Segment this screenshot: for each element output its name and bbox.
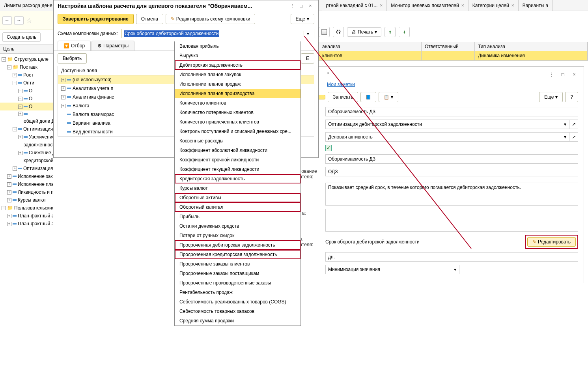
write-button[interactable]: Записать bbox=[328, 92, 358, 102]
close-icon[interactable]: × bbox=[511, 3, 514, 8]
dropdown-item[interactable]: Себестоимость товарных запасов bbox=[175, 307, 301, 316]
create-goal-button[interactable]: Создать цель bbox=[2, 32, 41, 42]
dropdown-item[interactable]: Просроченные заказы поставщикам bbox=[175, 269, 301, 278]
tab-filter[interactable]: 🔽Отбор bbox=[58, 41, 91, 51]
dropdown-item[interactable]: Себестоимость реализованных товаров (COG… bbox=[175, 297, 301, 307]
tree-row[interactable]: −📁Поставк bbox=[0, 63, 53, 71]
close-icon[interactable]: × bbox=[380, 3, 383, 8]
open-icon[interactable]: ↗ bbox=[569, 132, 578, 142]
data-grid-row[interactable]: клиентов Динамика изменения bbox=[319, 51, 588, 61]
grid-header-responsible[interactable]: Ответственный bbox=[422, 42, 475, 51]
tab-limits[interactable]: Лимиты расхода дене bbox=[0, 0, 57, 11]
finish-editing-button[interactable]: Завершить редактирование bbox=[58, 14, 134, 24]
tree-row[interactable]: −О bbox=[0, 87, 53, 95]
dropdown-item[interactable]: Дебиторская задолженность bbox=[175, 60, 301, 70]
cancel-button[interactable]: Отмена bbox=[136, 14, 163, 24]
copy-button[interactable]: ▾ bbox=[379, 92, 398, 102]
dropdown-item[interactable]: Просроченные заказы клиентов bbox=[175, 259, 301, 269]
description-field[interactable]: Показывает средний срок, в течение котор… bbox=[325, 183, 578, 206]
choose-button[interactable]: Выбрать bbox=[58, 53, 87, 64]
kebab-icon[interactable]: ⋮ bbox=[547, 71, 555, 79]
favorite-star-icon[interactable]: ☆ bbox=[26, 16, 32, 25]
dropdown-item[interactable]: Количество привлеченных клиентов bbox=[175, 117, 301, 127]
tab-categories[interactable]: Категории целей× bbox=[469, 0, 519, 11]
move-up-button[interactable] bbox=[385, 27, 396, 37]
tree-row[interactable]: +Ликвидность и платежеспособность bbox=[0, 188, 53, 196]
doc-icon-button[interactable] bbox=[319, 27, 330, 37]
dropdown-item[interactable]: Исполнение планов закупок bbox=[175, 70, 301, 79]
scheme-dropdown-list[interactable]: Валовая прибыль Выручка Дебиторская задо… bbox=[174, 41, 301, 326]
book-button[interactable] bbox=[360, 92, 376, 102]
help-button[interactable]: ? bbox=[565, 92, 578, 102]
dropdown-item[interactable]: Потери от ручных скидок bbox=[175, 231, 301, 240]
dropdown-item[interactable]: Рентабельность продаж bbox=[175, 288, 301, 297]
dropdown-item[interactable]: Косвенные расходы bbox=[175, 136, 301, 146]
trend-field[interactable]: Минимизация значения bbox=[325, 265, 451, 274]
tab-monitor[interactable]: Монитор целевых показателей× bbox=[387, 0, 468, 11]
dropdown-item[interactable]: Оборотные активы bbox=[175, 193, 301, 202]
tree-row[interactable]: −Оптимизация кредиторской задо... bbox=[0, 125, 53, 133]
chevron-down-icon[interactable]: ▾ bbox=[451, 265, 459, 274]
maximize-icon[interactable]: □ bbox=[559, 71, 567, 79]
dropdown-item[interactable]: Контроль поступлений и списаний денежных… bbox=[175, 127, 301, 136]
dropdown-item[interactable]: Остатки денежных средств bbox=[175, 221, 301, 231]
dropdown-item[interactable]: Кредиторская задолженность bbox=[175, 174, 301, 183]
tree-row[interactable]: +План-фактный анализ лимитов bbox=[0, 220, 53, 228]
dropdown-item[interactable]: Средняя сумма продажи bbox=[175, 316, 301, 326]
chevron-down-icon[interactable]: ▾ bbox=[561, 120, 569, 129]
tree-row[interactable]: −📁Пользовательские сценарии bbox=[0, 204, 53, 212]
name-field[interactable]: Оборачиваемость ДЗ bbox=[325, 107, 578, 116]
nav-back-button[interactable]: ← bbox=[2, 16, 12, 25]
my-notes-link[interactable]: Мои заметки bbox=[327, 81, 578, 90]
more-button[interactable]: Еще ▾ bbox=[291, 14, 314, 24]
tree-row[interactable]: −Опти bbox=[0, 79, 53, 87]
move-down-button[interactable] bbox=[399, 27, 410, 37]
more-button[interactable]: Еще ▾ bbox=[539, 92, 563, 102]
checkbox[interactable]: ✓ bbox=[325, 145, 332, 151]
tree-row[interactable]: задолженности bbox=[0, 141, 53, 149]
dropdown-item[interactable]: Валовая прибыль bbox=[175, 41, 301, 51]
tab-variants[interactable]: Варианты а bbox=[519, 0, 553, 11]
e-button[interactable]: Е bbox=[301, 53, 314, 64]
tree-row[interactable]: +Курсы валют bbox=[0, 196, 53, 204]
dropdown-item[interactable]: Коэффициент текущей ликвидности bbox=[175, 165, 301, 174]
dropdown-item[interactable]: Коэффициент абсолютной ликвидности bbox=[175, 146, 301, 155]
grid-header-type[interactable]: Тип анализа bbox=[475, 42, 588, 51]
fullname-field[interactable]: Оборачиваемость ДЗ bbox=[325, 154, 578, 164]
edit-template-button[interactable]: Редактировать bbox=[527, 237, 576, 247]
tree-row[interactable]: +Исполнение заказов bbox=[0, 172, 53, 180]
dropdown-item[interactable]: Оборотный капитал bbox=[175, 202, 301, 212]
open-icon[interactable]: ↗ bbox=[569, 120, 578, 129]
tree-row[interactable]: + bbox=[0, 110, 53, 117]
dropdown-item[interactable]: Исполнение планов продаж bbox=[175, 79, 301, 89]
maximize-icon[interactable]: □ bbox=[297, 2, 305, 10]
goal-field[interactable]: Оптимизация дебиторской задолженности bbox=[325, 120, 561, 129]
tree-row[interactable]: +План-фактный анализ продаж bbox=[0, 212, 53, 220]
dropdown-item[interactable]: Просроченная дебиторская задолженность bbox=[175, 240, 301, 250]
scheme-combobox[interactable]: Срок оборота дебиторской задолженности ▾ bbox=[121, 29, 314, 38]
dropdown-item[interactable]: Исполнение планов производства bbox=[175, 89, 301, 98]
tree-row[interactable]: +Снижение доли просроченной bbox=[0, 149, 53, 157]
dropdown-item[interactable]: Количество потерянных клиентов bbox=[175, 108, 301, 117]
tree-row[interactable]: −О bbox=[0, 95, 53, 103]
formula-field[interactable] bbox=[325, 209, 578, 232]
tree-row[interactable]: +Увеличение срока оборота кр bbox=[0, 133, 53, 141]
short-name-field[interactable]: ОДЗ bbox=[325, 167, 578, 176]
dropdown-item[interactable]: Курсы валют bbox=[175, 183, 301, 193]
dropdown-item[interactable]: Выручка bbox=[175, 51, 301, 60]
tree-row[interactable]: −📁Структура целе bbox=[0, 55, 53, 63]
dropdown-item[interactable]: Коэффициент срочной ликвидности bbox=[175, 155, 301, 165]
nav-forward-button[interactable]: → bbox=[14, 16, 24, 25]
dropdown-item[interactable]: Прибыль bbox=[175, 212, 301, 221]
tab-params[interactable]: ⚙Параметры bbox=[91, 41, 134, 51]
edit-scheme-button[interactable]: Редактировать схему компоновки bbox=[166, 14, 256, 24]
chevron-down-icon[interactable]: ▾ bbox=[304, 31, 312, 36]
tree-row[interactable]: +Оптимизация товарных запасов bbox=[0, 165, 53, 172]
refresh-button[interactable] bbox=[333, 27, 344, 37]
kebab-icon[interactable]: ⋮ bbox=[288, 2, 296, 10]
close-icon[interactable]: × bbox=[461, 3, 464, 8]
grid-header-analysis[interactable]: анализа bbox=[319, 42, 422, 51]
close-icon[interactable]: × bbox=[306, 2, 314, 10]
tree-row[interactable]: −О bbox=[0, 103, 53, 110]
tree-row[interactable]: общей доле ДЗ bbox=[0, 117, 53, 125]
